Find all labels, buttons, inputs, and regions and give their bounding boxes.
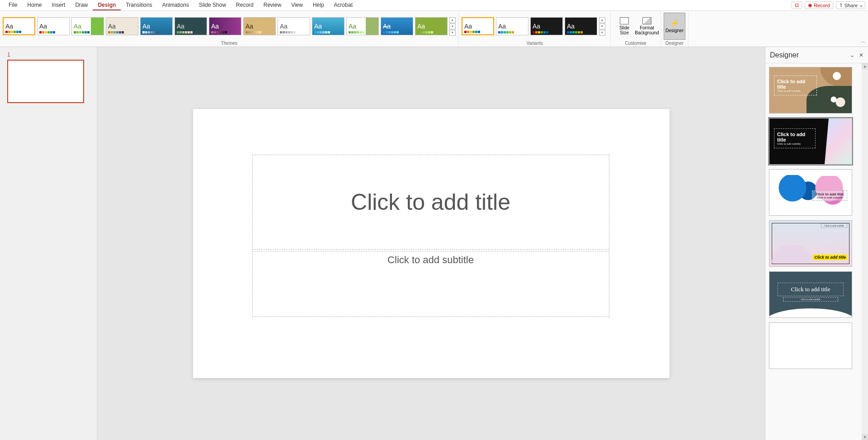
menu-record[interactable]: Record xyxy=(231,0,259,10)
title-placeholder-text: Click to add title xyxy=(351,189,510,215)
menu-bar: FileHomeInsertDrawDesignTransitionsAnima… xyxy=(0,0,868,11)
menu-draw[interactable]: Draw xyxy=(70,0,93,10)
variants-more-button[interactable]: ▾ xyxy=(599,30,605,36)
design-idea-2[interactable]: Click to add titleClick to add subtitle xyxy=(769,118,852,165)
slide-thumbnail-1[interactable] xyxy=(7,60,84,103)
designer-pane: Designer ⌄ ✕ Click to add titleClick to … xyxy=(765,47,868,440)
variants-scroll-button[interactable]: ▴ xyxy=(599,17,605,23)
designer-button[interactable]: ⚡ Designer xyxy=(664,13,685,40)
menu-animations[interactable]: Animations xyxy=(157,0,194,10)
slide-size-icon xyxy=(620,17,629,24)
design-idea-1[interactable]: Click to add titleClick to add subtitle xyxy=(769,67,852,114)
pane-dropdown-button[interactable]: ⌄ xyxy=(850,52,854,58)
themes-more-button[interactable]: ▾ xyxy=(449,30,456,36)
designer-group-label: Designer xyxy=(664,40,685,47)
menu-design[interactable]: Design xyxy=(93,0,121,10)
variant-thumb[interactable]: Aa xyxy=(462,17,494,35)
theme-thumb[interactable]: Aa xyxy=(209,17,241,35)
theme-thumb[interactable]: Aa xyxy=(3,17,35,35)
slide-canvas-area[interactable]: Click to add title Click to add subtitle xyxy=(97,47,765,440)
menu-insert[interactable]: Insert xyxy=(47,0,70,10)
theme-thumb[interactable]: Aa xyxy=(71,17,104,35)
subtitle-placeholder-text: Click to add subtitle xyxy=(387,254,474,266)
menu-slide-show[interactable]: Slide Show xyxy=(194,0,231,10)
slide: Click to add title Click to add subtitle xyxy=(193,109,670,378)
themes-scroll-button[interactable]: ▴ xyxy=(449,17,456,23)
menu-review[interactable]: Review xyxy=(259,0,286,10)
designer-pane-title: Designer xyxy=(770,51,799,59)
design-idea-3[interactable]: Click to add titleClick to add subtitle xyxy=(769,169,852,216)
variants-group-label: Variants xyxy=(462,40,608,47)
customise-group-label: Customise xyxy=(613,40,658,47)
pane-close-button[interactable]: ✕ xyxy=(859,52,863,58)
theme-thumb[interactable]: Aa xyxy=(106,17,138,35)
theme-thumb[interactable]: Aa xyxy=(312,17,344,35)
theme-thumb[interactable]: Aa xyxy=(346,17,379,35)
slide-size-button[interactable]: Slide Size xyxy=(613,13,635,40)
ribbon-collapse-button[interactable]: ︿ xyxy=(861,38,866,45)
design-idea-4[interactable]: Click to add subtitle Click to add title xyxy=(769,220,852,267)
theme-thumb[interactable]: Aa xyxy=(140,17,173,35)
themes-group-label: Themes xyxy=(3,40,456,47)
theme-thumb[interactable]: Aa xyxy=(243,17,276,35)
design-idea-6[interactable] xyxy=(769,322,852,369)
subtitle-placeholder[interactable]: Click to add subtitle xyxy=(252,251,609,317)
scroll-down-button[interactable]: ▾ xyxy=(862,434,868,440)
themes-scroll-button[interactable]: ▾ xyxy=(449,24,456,29)
record-icon: ◉ xyxy=(808,2,812,8)
share-icon: ⇪ xyxy=(839,2,843,8)
chevron-down-icon xyxy=(859,3,862,8)
theme-thumb[interactable]: Aa xyxy=(278,17,310,35)
record-button[interactable]: ◉Record xyxy=(805,1,833,9)
menu-view[interactable]: View xyxy=(286,0,308,10)
variant-thumb[interactable]: Aa xyxy=(530,17,563,35)
format-bg-icon xyxy=(642,17,651,24)
designer-scrollbar[interactable]: ▴ ▾ xyxy=(862,63,868,440)
variant-thumb[interactable]: Aa xyxy=(565,17,597,35)
ribbon: AaAaAaAaAaAaAaAaAaAaAaAaAa▴▾▾ Themes AaA… xyxy=(0,11,868,47)
slide-thumbnails-panel: 1 xyxy=(0,47,97,440)
comment-icon: ⊡ xyxy=(795,2,799,8)
designer-icon: ⚡ xyxy=(670,19,679,28)
slide-number: 1 xyxy=(7,52,10,58)
menu-transitions[interactable]: Transitions xyxy=(121,0,157,10)
title-placeholder[interactable]: Click to add title xyxy=(252,155,609,250)
theme-thumb[interactable]: Aa xyxy=(175,17,207,35)
theme-thumb[interactable]: Aa xyxy=(381,17,413,35)
theme-thumb[interactable]: Aa xyxy=(37,17,70,35)
variant-thumb[interactable]: Aa xyxy=(496,17,528,35)
share-button[interactable]: ⇪Share xyxy=(836,1,865,9)
scroll-up-button[interactable]: ▴ xyxy=(862,63,868,69)
menu-help[interactable]: Help xyxy=(308,0,329,10)
menu-file[interactable]: File xyxy=(4,0,22,10)
comments-button[interactable]: ⊡ xyxy=(792,1,802,9)
design-idea-5[interactable]: Click to add title Click to add subtitle xyxy=(769,271,852,318)
menu-home[interactable]: Home xyxy=(22,0,47,10)
format-background-button[interactable]: Format Background xyxy=(636,13,658,40)
menu-acrobat[interactable]: Acrobat xyxy=(329,0,358,10)
variants-scroll-button[interactable]: ▾ xyxy=(599,24,605,29)
theme-thumb[interactable]: Aa xyxy=(415,17,448,35)
